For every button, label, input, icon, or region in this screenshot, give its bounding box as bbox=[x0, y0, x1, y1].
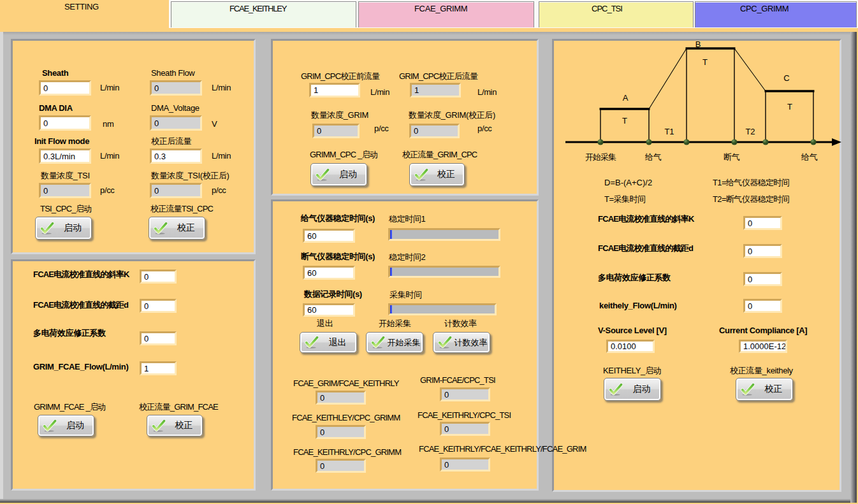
svg-text:T1=给气仪器稳定时间: T1=给气仪器稳定时间 bbox=[713, 178, 789, 187]
svg-text:给气: 给气 bbox=[644, 152, 662, 162]
svg-text:T: T bbox=[787, 102, 792, 112]
svg-text:C: C bbox=[783, 73, 789, 83]
svg-text:给气: 给气 bbox=[801, 152, 818, 162]
svg-text:T1: T1 bbox=[664, 127, 674, 136]
svg-text:T2: T2 bbox=[745, 127, 755, 136]
svg-text:T=采集时间: T=采集时间 bbox=[604, 194, 646, 204]
svg-text:A: A bbox=[623, 93, 629, 103]
svg-text:T: T bbox=[622, 116, 627, 126]
svg-text:B: B bbox=[695, 40, 701, 49]
svg-text:T: T bbox=[702, 57, 708, 67]
svg-text:断气: 断气 bbox=[723, 152, 740, 162]
svg-text:开始采集: 开始采集 bbox=[585, 152, 616, 162]
svg-text:D=B-(A+C)/2: D=B-(A+C)/2 bbox=[604, 178, 652, 187]
svg-text:T2=断气仪器稳定时间: T2=断气仪器稳定时间 bbox=[713, 194, 789, 204]
